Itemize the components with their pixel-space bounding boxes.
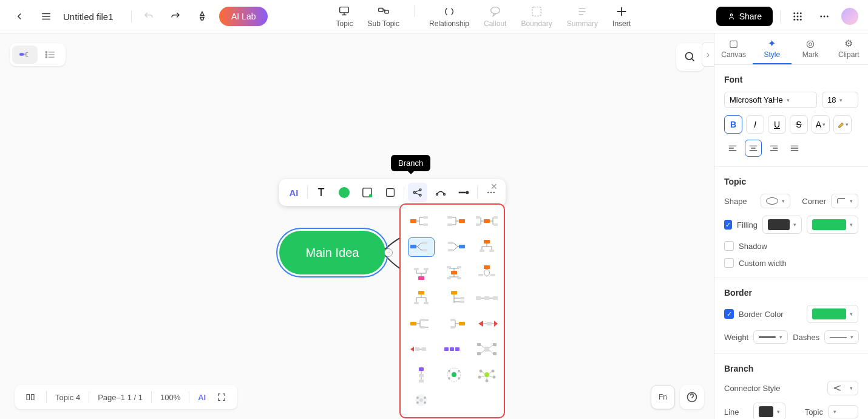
text-tool[interactable]: T xyxy=(311,183,331,202)
connector-tool[interactable] xyxy=(431,183,450,202)
summary-tool[interactable]: Summary xyxy=(567,5,598,28)
panel-collapse-button[interactable]: › xyxy=(702,43,714,67)
pages-button[interactable] xyxy=(23,390,38,404)
style-panel: ▢Canvas ✦Style ◎Mark ⚙Clipart Font Micro… xyxy=(714,33,868,419)
canvas[interactable]: Main Idea − AI T ✕ Branch xyxy=(0,33,714,419)
align-justify-button[interactable] xyxy=(786,140,803,157)
svg-rect-65 xyxy=(490,274,495,276)
layout-opt-4[interactable] xyxy=(408,237,435,257)
svg-point-111 xyxy=(416,401,419,404)
border-tool[interactable] xyxy=(358,183,377,202)
layout-opt-18[interactable] xyxy=(473,339,500,359)
layout-opt-14[interactable] xyxy=(441,314,467,333)
layout-opt-16[interactable] xyxy=(408,339,435,359)
border-color-label: Border Color xyxy=(739,310,802,319)
help-button[interactable] xyxy=(680,385,704,409)
apps-button[interactable] xyxy=(788,7,807,26)
layout-opt-8[interactable] xyxy=(441,263,467,282)
layout-opt-20[interactable] xyxy=(441,365,467,384)
branch-tool[interactable] xyxy=(408,183,427,202)
close-toolbar-button[interactable]: ✕ xyxy=(490,182,501,192)
shape-tool[interactable] xyxy=(381,183,400,202)
font-family-select[interactable]: Microsoft YaHe▾ xyxy=(724,92,817,108)
fn-button[interactable]: Fn xyxy=(651,385,675,409)
user-avatar[interactable] xyxy=(841,8,858,25)
zoom-level[interactable]: 100% xyxy=(160,393,180,402)
line-color-select[interactable]: ▾ xyxy=(753,403,785,419)
layout-opt-3[interactable] xyxy=(473,212,500,231)
subtopic-tool[interactable]: Sub Topic xyxy=(368,5,399,28)
border-color-checkbox[interactable]: ✓ xyxy=(724,309,734,319)
tab-style[interactable]: ✦Style xyxy=(753,33,791,64)
custom-width-checkbox[interactable] xyxy=(724,258,734,268)
weight-select[interactable]: ▾ xyxy=(753,330,788,344)
search-button[interactable] xyxy=(676,43,704,71)
layout-opt-5[interactable] xyxy=(441,237,467,257)
font-size-select[interactable]: 18▾ xyxy=(822,92,858,108)
underline-button[interactable]: U xyxy=(768,115,786,134)
tab-clipart[interactable]: ⚙Clipart xyxy=(830,33,868,64)
layout-opt-13[interactable] xyxy=(408,314,435,333)
align-left-button[interactable] xyxy=(724,140,741,157)
align-center-button[interactable] xyxy=(745,140,762,157)
ai-indicator[interactable]: AI xyxy=(198,393,206,402)
svg-point-21 xyxy=(46,56,47,58)
shadow-checkbox[interactable] xyxy=(724,241,734,251)
ai-lab-button[interactable]: AI Lab xyxy=(219,7,268,26)
fill-color-1-select[interactable]: ▾ xyxy=(762,216,802,234)
connector-select[interactable]: ▾ xyxy=(827,381,858,395)
fullscreen-button[interactable] xyxy=(214,390,229,404)
italic-button[interactable]: I xyxy=(746,115,764,134)
tab-canvas[interactable]: ▢Canvas xyxy=(714,33,753,64)
layout-opt-22[interactable] xyxy=(408,390,435,410)
layout-opt-7[interactable] xyxy=(408,263,435,282)
align-right-button[interactable] xyxy=(765,140,782,157)
layout-opt-12[interactable] xyxy=(473,288,500,308)
main-idea-node[interactable]: Main Idea − xyxy=(279,231,385,274)
font-color-button[interactable]: A▾ xyxy=(812,115,830,134)
shape-select[interactable]: ▾ xyxy=(761,194,790,208)
fill-color-2-select[interactable]: ▾ xyxy=(807,216,858,234)
layout-opt-17[interactable] xyxy=(441,339,467,359)
tab-mark[interactable]: ◎Mark xyxy=(792,33,830,64)
redo-button[interactable] xyxy=(166,7,185,26)
back-button[interactable] xyxy=(10,7,29,26)
layout-opt-19[interactable] xyxy=(408,365,435,384)
layout-opt-2[interactable] xyxy=(441,212,467,231)
line-style-tool[interactable] xyxy=(454,183,473,202)
layout-opt-6[interactable] xyxy=(473,237,500,257)
border-color-select[interactable]: ▾ xyxy=(807,305,858,323)
svg-rect-46 xyxy=(410,245,416,248)
menu-button[interactable] xyxy=(36,7,56,26)
mindmap-view-toggle[interactable] xyxy=(12,46,38,64)
layout-opt-9[interactable] xyxy=(473,263,500,282)
corner-select[interactable]: ▾ xyxy=(831,194,858,208)
layout-opt-10[interactable] xyxy=(408,288,435,308)
layout-opt-15[interactable] xyxy=(473,314,500,333)
boundary-tool[interactable]: Boundary xyxy=(521,5,552,28)
layout-opt-11[interactable] xyxy=(441,288,467,308)
highlight-button[interactable]: ▾ xyxy=(833,115,852,134)
outline-view-toggle[interactable] xyxy=(38,46,63,64)
collapse-handle[interactable]: − xyxy=(384,248,393,257)
layout-opt-1[interactable] xyxy=(408,212,435,231)
strike-button[interactable]: S xyxy=(790,115,808,134)
callout-tool[interactable]: Callout xyxy=(484,5,506,28)
insert-tool[interactable]: Insert xyxy=(612,5,631,28)
fill-tool[interactable] xyxy=(334,183,354,202)
share-button[interactable]: Share xyxy=(716,7,773,26)
branch-topic-select[interactable]: ▾ xyxy=(828,405,858,418)
dashes-select[interactable]: ▾ xyxy=(824,330,859,344)
relationship-tool[interactable]: Relationship xyxy=(429,5,469,28)
layout-opt-21[interactable] xyxy=(473,365,500,384)
undo-button[interactable] xyxy=(139,7,158,26)
more-button[interactable] xyxy=(815,7,834,26)
ai-tool[interactable]: AI xyxy=(284,183,303,202)
brush-button[interactable] xyxy=(192,7,212,26)
document-title[interactable] xyxy=(63,12,124,22)
share-icon xyxy=(727,12,736,21)
filling-checkbox[interactable]: ✓ xyxy=(724,220,732,230)
topic-tool[interactable]: Topic xyxy=(336,5,353,28)
page-indicator[interactable]: Page–1 1 / 1 xyxy=(98,393,143,402)
bold-button[interactable]: B xyxy=(724,115,742,134)
